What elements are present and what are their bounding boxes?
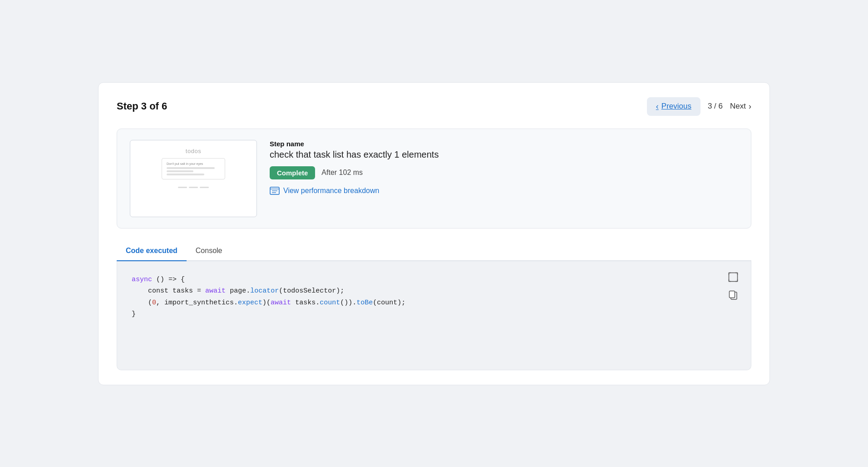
code-section: Code executed Console async () => { cons… (117, 241, 751, 370)
performance-link-text: View performance breakdown (283, 187, 379, 195)
thumb-box: Don't put salt in your eyes (162, 158, 225, 179)
step-details: Step name check that task list has exact… (270, 140, 738, 195)
status-time: After 102 ms (321, 169, 363, 177)
thumb-line (167, 174, 204, 175)
svg-rect-4 (729, 273, 738, 281)
performance-breakdown-link[interactable]: View performance breakdown (270, 187, 738, 195)
nav-controls: ‹ Previous 3 / 6 Next › (647, 97, 751, 116)
thumb-dots (178, 187, 209, 188)
step-name-value: check that task list has exactly 1 eleme… (270, 149, 738, 160)
performance-icon (270, 187, 280, 195)
page-counter: 3 / 6 (708, 102, 723, 111)
tab-bar: Code executed Console (117, 241, 751, 261)
step-label: Step 3 of 6 (117, 100, 167, 112)
code-area: async () => { const tasks = await page.l… (117, 261, 751, 370)
code-block: async () => { const tasks = await page.l… (132, 274, 736, 320)
chevron-right-icon: › (749, 102, 751, 111)
thumb-dot (200, 187, 209, 188)
svg-rect-6 (730, 291, 735, 298)
tab-console[interactable]: Console (187, 241, 232, 261)
next-label: Next (730, 102, 746, 111)
previous-button[interactable]: ‹ Previous (647, 97, 700, 116)
thumb-box-title: Don't put salt in your eyes (167, 162, 220, 165)
previous-label: Previous (661, 102, 691, 111)
step-thumbnail: todos Don't put salt in your eyes (130, 140, 257, 217)
next-button[interactable]: Next › (730, 102, 751, 111)
page-header: Step 3 of 6 ‹ Previous 3 / 6 Next › (117, 97, 751, 116)
status-row: Complete After 102 ms (270, 166, 738, 179)
thumb-title: todos (186, 148, 201, 154)
step-name-label: Step name (270, 140, 738, 148)
code-icons (726, 270, 740, 302)
chevron-left-icon: ‹ (656, 102, 659, 111)
main-container: Step 3 of 6 ‹ Previous 3 / 6 Next › todo… (98, 82, 770, 385)
step-card: todos Don't put salt in your eyes (117, 129, 751, 229)
thumb-dot (178, 187, 187, 188)
status-badge: Complete (270, 166, 315, 179)
tab-code-executed[interactable]: Code executed (117, 241, 187, 261)
thumb-line (167, 167, 215, 169)
fullscreen-button[interactable] (726, 270, 740, 284)
thumb-line (167, 170, 193, 172)
copy-button[interactable] (726, 288, 740, 302)
thumb-dot (189, 187, 198, 188)
